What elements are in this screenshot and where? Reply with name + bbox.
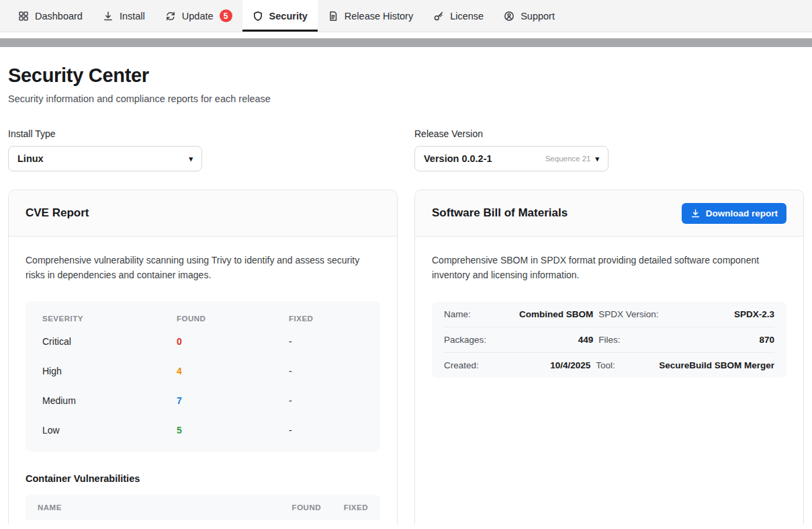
cards-row: CVE Report Comprehensive vulnerability s…	[8, 190, 804, 524]
severity-table: SEVERITY FOUND FIXED Critical 0 - High 4…	[26, 301, 380, 452]
severity-name: High	[42, 366, 177, 376]
severity-row-medium: Medium 7 -	[42, 386, 363, 415]
sbom-tool-label: Tool:	[590, 360, 659, 370]
page-title: Security Center	[8, 65, 804, 87]
release-version-value: Version 0.0.2-1	[424, 153, 545, 164]
severity-name: Medium	[42, 395, 177, 406]
severity-name: Low	[42, 425, 177, 436]
chevron-down-icon: ▾	[595, 155, 599, 163]
cve-card-header: CVE Report	[9, 190, 397, 237]
severity-found: 5	[177, 425, 289, 436]
col-fixed: FIXED	[321, 503, 368, 512]
cve-card-title: CVE Report	[26, 206, 89, 220]
severity-row-low: Low 5 -	[42, 415, 363, 445]
sbom-description: Comprehensive SBOM in SPDX format provid…	[432, 253, 782, 282]
severity-fixed: -	[289, 395, 363, 406]
col-severity: SEVERITY	[42, 315, 177, 323]
install-type-select[interactable]: Linux ▾	[8, 146, 202, 171]
sbom-spdx-version-value: SPDX-2.3	[662, 309, 774, 319]
cve-card-body: Comprehensive vulnerability scanning usi…	[9, 237, 397, 524]
severity-fixed: -	[289, 336, 363, 347]
sbom-info-grid: Name: Combined SBOM SPDX Version: SPDX-2…	[432, 302, 786, 378]
sbom-packages-value: 449	[503, 335, 593, 345]
shield-icon	[253, 11, 263, 22]
nav-tab-release-history[interactable]: Release History	[318, 0, 423, 32]
col-found: FOUND	[261, 503, 321, 512]
sbom-card-title: Software Bill of Materials	[432, 206, 568, 220]
top-divider-bar	[0, 38, 812, 47]
release-version-select[interactable]: Version 0.0.2-1 Sequence 21 ▾	[414, 146, 608, 171]
sbom-card: Software Bill of Materials Download repo…	[414, 190, 804, 524]
container-vulnerabilities-header: NAME FOUND FIXED	[26, 495, 380, 520]
nav-tab-license[interactable]: License	[423, 0, 494, 32]
sbom-card-body: Comprehensive SBOM in SPDX format provid…	[415, 237, 803, 395]
cve-report-card: CVE Report Comprehensive vulnerability s…	[8, 190, 398, 524]
nav-label: Update	[182, 11, 214, 22]
cve-description: Comprehensive vulnerability scanning usi…	[26, 253, 376, 282]
download-report-button[interactable]: Download report	[682, 203, 786, 224]
download-icon	[690, 208, 701, 218]
support-person-icon	[504, 11, 514, 22]
sbom-spdx-version-label: SPDX Version:	[593, 309, 662, 319]
container-vulnerabilities-title: Container Vulnerabilities	[26, 473, 380, 484]
severity-row-critical: Critical 0 -	[42, 327, 363, 356]
key-icon	[433, 11, 444, 22]
col-name: NAME	[38, 503, 261, 512]
install-type-filter: Install Type Linux ▾	[8, 128, 398, 171]
severity-table-header: SEVERITY FOUND FIXED	[42, 305, 363, 327]
dashboard-grid-icon	[18, 11, 29, 22]
nav-tab-support[interactable]: Support	[494, 0, 565, 32]
sbom-packages-label: Packages:	[444, 335, 503, 345]
filters-row: Install Type Linux ▾ Release Version Ver…	[8, 128, 804, 171]
sbom-info-row: Created: 10/4/2025 Tool: SecureBuild SBO…	[444, 353, 774, 378]
severity-found: 7	[177, 395, 289, 406]
severity-found: 4	[177, 366, 289, 376]
refresh-icon	[165, 11, 176, 22]
nav-tab-dashboard[interactable]: Dashboard	[8, 0, 93, 32]
sbom-files-value: 870	[662, 335, 774, 345]
col-found: FOUND	[177, 315, 289, 323]
document-icon	[328, 11, 339, 22]
top-navigation: Dashboard Install Update 5 Security Rele…	[0, 0, 812, 32]
nav-label: Dashboard	[35, 11, 83, 22]
nav-label: Install	[120, 11, 145, 22]
severity-name: Critical	[42, 336, 177, 347]
sbom-created-value: 10/4/2025	[503, 360, 590, 370]
sequence-meta: Sequence 21	[545, 155, 591, 163]
sbom-name-value: Combined SBOM	[503, 309, 593, 319]
main-content: Security Center Security information and…	[0, 47, 812, 524]
nav-tab-update[interactable]: Update 5	[155, 0, 242, 32]
nav-tab-security[interactable]: Security	[242, 0, 318, 32]
nav-label: License	[450, 11, 484, 22]
sbom-created-label: Created:	[444, 360, 503, 370]
sbom-tool-value: SecureBuild SBOM Merger	[659, 360, 774, 370]
nav-tab-install[interactable]: Install	[93, 0, 155, 32]
sbom-files-label: Files:	[593, 335, 662, 345]
download-icon	[103, 11, 114, 22]
update-count-badge: 5	[220, 9, 232, 22]
severity-found: 0	[177, 336, 289, 347]
sbom-info-row: Packages: 449 Files: 870	[444, 327, 774, 353]
page-subtitle: Security information and compliance repo…	[8, 93, 804, 104]
sbom-info-row: Name: Combined SBOM SPDX Version: SPDX-2…	[444, 302, 774, 327]
release-version-filter: Release Version Version 0.0.2-1 Sequence…	[414, 128, 804, 171]
install-type-value: Linux	[17, 153, 189, 164]
severity-fixed: -	[289, 425, 363, 436]
nav-label: Support	[521, 11, 555, 22]
sbom-name-label: Name:	[444, 309, 503, 319]
release-version-label: Release Version	[414, 128, 804, 139]
severity-fixed: -	[289, 366, 363, 376]
install-type-label: Install Type	[8, 128, 398, 139]
severity-row-high: High 4 -	[42, 356, 363, 386]
chevron-down-icon: ▾	[189, 155, 193, 163]
nav-label: Release History	[345, 11, 413, 22]
nav-label: Security	[269, 11, 308, 22]
download-report-label: Download report	[706, 208, 778, 218]
sbom-card-header: Software Bill of Materials Download repo…	[415, 190, 803, 237]
col-fixed: FIXED	[289, 315, 363, 323]
